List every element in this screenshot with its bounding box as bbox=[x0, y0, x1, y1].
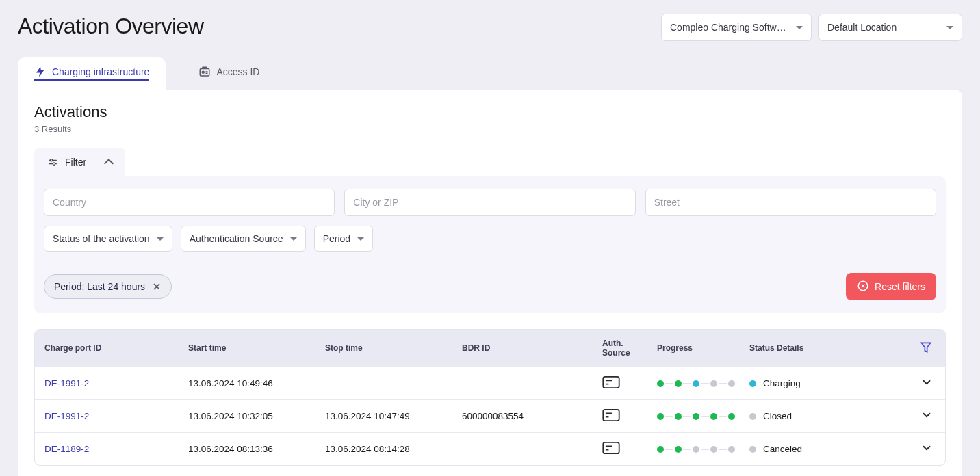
chevron-down-icon bbox=[157, 237, 164, 241]
bdr-id-cell: 600000083554 bbox=[458, 411, 598, 421]
table-header: Charge port ID Start time Stop time BDR … bbox=[35, 330, 945, 367]
progress-cell bbox=[653, 380, 745, 387]
table-row: DE-1189-213.06.2024 08:13:3613.06.2024 0… bbox=[35, 432, 945, 465]
card-icon bbox=[598, 409, 653, 423]
active-filter-pill[interactable]: Period: Last 24 hours bbox=[44, 274, 172, 299]
org-select-label: Compleo Charging Softwa… bbox=[670, 22, 789, 33]
status-filter-label: Status of the activation bbox=[53, 233, 150, 244]
col-header-bdr-id[interactable]: BDR ID bbox=[458, 343, 598, 353]
status-dot bbox=[749, 446, 756, 453]
progress-cell bbox=[653, 413, 745, 420]
content-card: Activations 3 Results Filter Status of t… bbox=[18, 90, 962, 476]
chevron-down-icon bbox=[357, 237, 364, 241]
col-header-progress[interactable]: Progress bbox=[653, 343, 745, 353]
stop-time-cell: 13.06.2024 08:14:28 bbox=[321, 444, 458, 454]
status-text: Canceled bbox=[763, 444, 802, 454]
x-circle-icon bbox=[857, 280, 869, 294]
section-title: Activations bbox=[34, 103, 946, 121]
sliders-icon bbox=[47, 157, 58, 168]
start-time-cell: 13.06.2024 10:32:05 bbox=[184, 411, 321, 421]
card-icon bbox=[598, 376, 653, 391]
activations-table: Charge port ID Start time Stop time BDR … bbox=[34, 329, 946, 466]
svg-rect-7 bbox=[603, 442, 619, 453]
expand-row-button[interactable] bbox=[920, 442, 933, 456]
expand-row-button[interactable] bbox=[920, 376, 933, 391]
table-row: DE-1991-213.06.2024 10:49:46Charging bbox=[35, 367, 945, 399]
filter-label: Filter bbox=[65, 157, 86, 168]
org-select[interactable]: Compleo Charging Softwa… bbox=[661, 14, 812, 41]
chevron-down-icon bbox=[946, 26, 953, 29]
chevron-up-icon bbox=[104, 159, 114, 168]
col-header-auth-source[interactable]: Auth. Source bbox=[598, 339, 653, 358]
stop-time-cell: 13.06.2024 10:47:49 bbox=[321, 411, 458, 421]
col-header-stop-time[interactable]: Stop time bbox=[321, 343, 458, 353]
filter-toggle[interactable]: Filter bbox=[34, 148, 125, 176]
divider bbox=[44, 263, 936, 263]
start-time-cell: 13.06.2024 08:13:36 bbox=[184, 444, 321, 454]
card-icon bbox=[598, 442, 653, 456]
table-row: DE-1991-213.06.2024 10:32:0513.06.2024 1… bbox=[35, 399, 945, 432]
charge-port-link[interactable]: DE-1189-2 bbox=[44, 444, 89, 454]
result-count: 3 Results bbox=[34, 124, 946, 134]
start-time-cell: 13.06.2024 10:49:46 bbox=[184, 378, 321, 388]
reset-filters-label: Reset filters bbox=[875, 281, 925, 292]
charge-port-link[interactable]: DE-1991-2 bbox=[44, 378, 89, 388]
auth-source-filter-select[interactable]: Authentication Source bbox=[181, 226, 306, 252]
tab-underline bbox=[34, 79, 149, 81]
active-filter-label: Period: Last 24 hours bbox=[54, 281, 145, 292]
svg-point-3 bbox=[53, 163, 55, 165]
status-dot bbox=[749, 413, 756, 420]
column-picker-icon[interactable] bbox=[919, 341, 933, 356]
country-input[interactable] bbox=[44, 189, 335, 216]
city-zip-input[interactable] bbox=[344, 189, 635, 216]
page-title: Activation Overview bbox=[18, 14, 203, 39]
status-dot bbox=[749, 380, 756, 387]
svg-point-1 bbox=[203, 71, 205, 73]
location-select-label: Default Location bbox=[827, 22, 897, 33]
status-cell: Canceled bbox=[745, 444, 896, 454]
status-cell: Closed bbox=[745, 411, 896, 421]
close-icon[interactable] bbox=[152, 282, 162, 291]
tab-charging-infrastructure[interactable]: Charging infrastructure bbox=[18, 57, 166, 90]
id-card-icon bbox=[198, 66, 211, 78]
tab-label: Charging infrastructure bbox=[52, 66, 149, 77]
filter-panel: Status of the activation Authentication … bbox=[34, 176, 946, 313]
tab-label: Access ID bbox=[216, 66, 259, 77]
charge-port-link[interactable]: DE-1991-2 bbox=[44, 411, 89, 421]
status-filter-select[interactable]: Status of the activation bbox=[44, 226, 172, 252]
street-input[interactable] bbox=[645, 189, 936, 216]
status-cell: Charging bbox=[745, 378, 896, 388]
tab-access-id[interactable]: Access ID bbox=[182, 57, 276, 90]
progress-cell bbox=[653, 446, 745, 453]
location-select[interactable]: Default Location bbox=[818, 14, 962, 41]
svg-rect-5 bbox=[603, 377, 619, 388]
expand-row-button[interactable] bbox=[920, 409, 933, 423]
period-filter-label: Period bbox=[323, 233, 350, 244]
svg-point-2 bbox=[50, 159, 52, 161]
bolt-icon bbox=[34, 66, 47, 78]
reset-filters-button[interactable]: Reset filters bbox=[846, 273, 936, 300]
period-filter-select[interactable]: Period bbox=[314, 226, 373, 252]
col-header-start-time[interactable]: Start time bbox=[184, 343, 321, 353]
status-text: Charging bbox=[763, 378, 801, 388]
chevron-down-icon bbox=[290, 237, 297, 241]
svg-rect-6 bbox=[603, 410, 619, 421]
col-header-charge-port[interactable]: Charge port ID bbox=[40, 343, 184, 353]
col-header-status-details[interactable]: Status Details bbox=[745, 343, 896, 353]
status-text: Closed bbox=[763, 411, 792, 421]
chevron-down-icon bbox=[796, 26, 803, 29]
auth-source-filter-label: Authentication Source bbox=[190, 233, 283, 244]
